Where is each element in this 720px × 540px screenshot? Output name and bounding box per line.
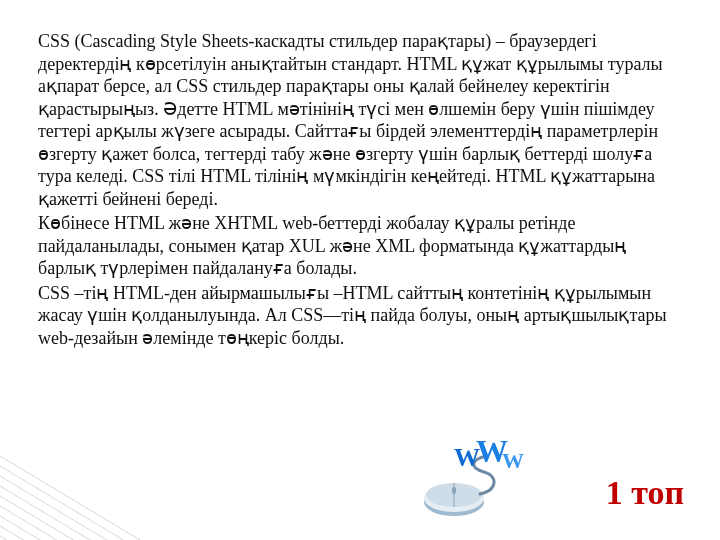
svg-line-15 bbox=[0, 450, 140, 540]
corner-decoration-icon bbox=[0, 450, 180, 540]
slide-text-block: CSS (Cascading Style Sheets-каскадты сти… bbox=[38, 30, 678, 351]
svg-line-11 bbox=[0, 500, 140, 540]
svg-text:W: W bbox=[502, 448, 524, 473]
paragraph-2: Көбінесе HTML және XHTML web-беттерді жо… bbox=[38, 212, 678, 280]
paragraph-3: CSS –тің HTML-ден айырмашылығы –HTML сай… bbox=[38, 282, 678, 350]
svg-line-8 bbox=[0, 470, 140, 540]
svg-rect-3 bbox=[452, 487, 456, 494]
svg-line-12 bbox=[0, 510, 140, 540]
paragraph-1: CSS (Cascading Style Sheets-каскадты сти… bbox=[38, 30, 678, 210]
group-label: 1 топ bbox=[606, 474, 684, 512]
www-mouse-icon: W W W bbox=[406, 432, 536, 522]
